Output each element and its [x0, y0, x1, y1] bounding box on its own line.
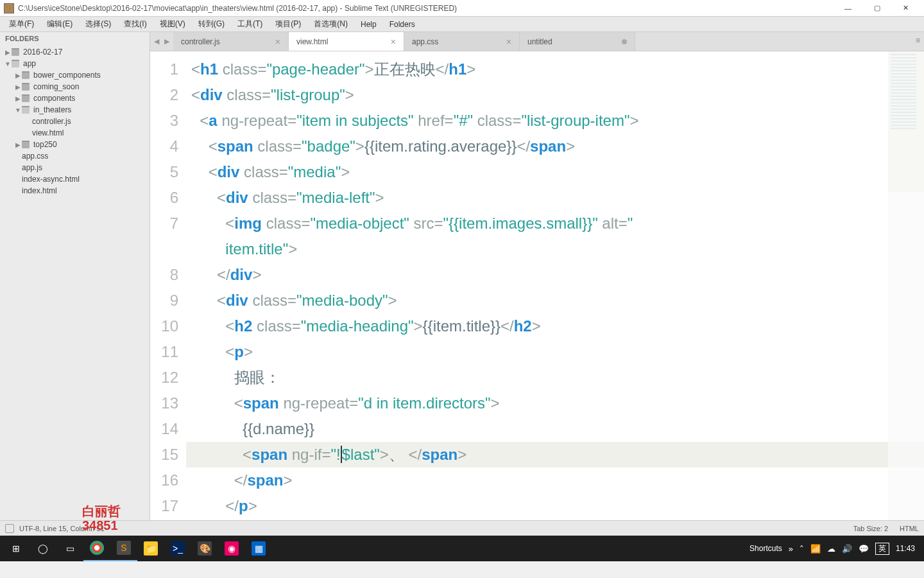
tray-ime[interactable]: 英: [875, 543, 889, 555]
tree-item-view.html[interactable]: view.html: [0, 127, 150, 139]
menu-item-5[interactable]: 转到(G): [192, 17, 231, 31]
tree-item-app.css[interactable]: app.css: [0, 150, 150, 162]
tree-arrow-icon[interactable]: ▶: [14, 83, 22, 91]
line-number[interactable]: 13: [153, 390, 178, 416]
tree-arrow-icon[interactable]: ▶: [14, 72, 22, 79]
status-position[interactable]: UTF-8, Line 15, Column 51: [19, 525, 105, 532]
menu-item-2[interactable]: 选择(S): [79, 17, 117, 31]
shortcuts-label[interactable]: Shortcuts: [749, 544, 782, 553]
tree-arrow-icon[interactable]: ▶: [14, 95, 22, 102]
sidebar[interactable]: FOLDERS ▶2016-02-17▼app▶bower_components…: [0, 32, 150, 520]
tree-item-index.html[interactable]: index.html: [0, 185, 150, 197]
code-line[interactable]: <span ng-if="!$last">、 </span>: [186, 442, 924, 468]
tab-controller.js[interactable]: controller.js×: [173, 32, 289, 51]
code-line[interactable]: <div class="media-body">: [186, 288, 924, 313]
menu-item-10[interactable]: Folders: [383, 18, 422, 31]
tree-item-2016-02-17[interactable]: ▶2016-02-17: [0, 46, 150, 58]
tree-arrow-icon[interactable]: ▼: [14, 107, 22, 114]
taskview-button[interactable]: ▭: [56, 536, 83, 561]
menu-item-4[interactable]: 视图(V): [153, 17, 192, 31]
tree-item-index-async.html[interactable]: index-async.html: [0, 173, 150, 185]
tree-item-components[interactable]: ▶components: [0, 92, 150, 104]
menu-item-7[interactable]: 项目(P): [269, 17, 307, 31]
tree-item-in_theaters[interactable]: ▼in_theaters: [0, 104, 150, 116]
line-number[interactable]: 1: [153, 57, 178, 82]
line-number[interactable]: 16: [153, 468, 178, 493]
code-line[interactable]: <a ng-repeat="item in subjects" href="#"…: [186, 108, 924, 134]
menu-item-3[interactable]: 查找(I): [117, 17, 153, 31]
line-number[interactable]: 17: [153, 493, 178, 519]
status-syntax[interactable]: HTML: [900, 525, 919, 532]
code-line[interactable]: </span>: [186, 468, 924, 493]
taskbar-app2[interactable]: ◉: [218, 536, 245, 561]
line-number[interactable]: 4: [153, 134, 178, 159]
code-line[interactable]: <h1 class="page-header">正在热映</h1>: [186, 57, 924, 82]
line-number[interactable]: 10: [153, 313, 178, 339]
code-line[interactable]: 捣眼：: [186, 365, 924, 390]
menu-item-9[interactable]: Help: [354, 18, 383, 31]
tab-close-icon[interactable]: ×: [391, 37, 396, 47]
start-button[interactable]: ⊞: [3, 536, 30, 561]
tree-item-app[interactable]: ▼app: [0, 58, 150, 69]
taskbar-powershell[interactable]: >_: [164, 536, 191, 561]
taskbar-app1[interactable]: 🎨: [191, 536, 218, 561]
line-number[interactable]: 9: [153, 288, 178, 313]
line-number[interactable]: 14: [153, 416, 178, 442]
tab-app.css[interactable]: app.css×: [404, 32, 520, 51]
tab-prev-button[interactable]: ◀: [151, 37, 162, 46]
code-area[interactable]: 1234567.891011121314151617 <h1 class="pa…: [150, 51, 924, 520]
tab-close-icon[interactable]: ×: [506, 37, 511, 47]
tree-item-bower_components[interactable]: ▶bower_components: [0, 69, 150, 81]
tray-chevron-icon[interactable]: »: [789, 544, 793, 554]
line-number[interactable]: 2: [153, 82, 178, 108]
line-number[interactable]: 15: [153, 442, 178, 468]
code-line[interactable]: item.title">: [186, 236, 924, 262]
code-line[interactable]: {{d.name}}: [186, 416, 924, 442]
tab-next-button[interactable]: ▶: [162, 37, 172, 46]
line-number[interactable]: 7: [153, 211, 178, 236]
minimize-button[interactable]: —: [834, 1, 862, 16]
tree-arrow-icon[interactable]: ▶: [14, 141, 22, 148]
menu-item-1[interactable]: 编辑(E): [40, 17, 79, 31]
code-line[interactable]: <p>: [186, 339, 924, 365]
taskbar-app3[interactable]: ▦: [245, 536, 272, 561]
cortana-button[interactable]: ◯: [30, 536, 56, 561]
code-content[interactable]: <h1 class="page-header">正在热映</h1><div cl…: [186, 51, 924, 520]
tray-onedrive-icon[interactable]: ☁: [827, 544, 835, 554]
line-number[interactable]: 5: [153, 159, 178, 185]
taskbar-sublime[interactable]: S: [110, 536, 137, 561]
code-line[interactable]: <span ng-repeat="d in item.directors">: [186, 390, 924, 416]
code-line[interactable]: </p>: [186, 493, 924, 519]
code-line[interactable]: <div class="list-group">: [186, 82, 924, 108]
taskbar-chrome[interactable]: [83, 536, 110, 561]
code-line[interactable]: <div class="media">: [186, 159, 924, 185]
tab-view.html[interactable]: view.html×: [289, 32, 404, 51]
tray-notify-icon[interactable]: 💬: [859, 544, 869, 554]
maximize-button[interactable]: ▢: [862, 1, 891, 16]
status-tabsize[interactable]: Tab Size: 2: [853, 525, 888, 532]
tab-menu-button[interactable]: ≡: [916, 36, 920, 45]
tab-untitled[interactable]: untitled: [520, 32, 635, 51]
code-line[interactable]: </div>: [186, 262, 924, 288]
taskbar-explorer[interactable]: 📁: [137, 536, 164, 561]
code-line[interactable]: <img class="media-object" src="{{item.im…: [186, 211, 924, 236]
close-button[interactable]: ✕: [891, 1, 920, 16]
tree-item-coming_soon[interactable]: ▶coming_soon: [0, 81, 150, 92]
line-number[interactable]: 8: [153, 262, 178, 288]
tree-item-controller.js[interactable]: controller.js: [0, 116, 150, 127]
menu-item-6[interactable]: 工具(T): [231, 17, 269, 31]
code-line[interactable]: <span class="badge">{{item.rating.averag…: [186, 134, 924, 159]
menu-item-0[interactable]: 菜单(F): [3, 17, 40, 31]
tree-arrow-icon[interactable]: ▶: [4, 49, 12, 56]
tree-arrow-icon[interactable]: ▼: [4, 60, 12, 67]
tray-volume-icon[interactable]: 🔊: [842, 544, 852, 554]
code-line[interactable]: <h2 class="media-heading">{{item.title}}…: [186, 313, 924, 339]
line-number[interactable]: 11: [153, 339, 178, 365]
status-icon[interactable]: [5, 524, 14, 533]
tree-item-top250[interactable]: ▶top250: [0, 139, 150, 150]
tray-clock[interactable]: 11:43: [896, 544, 915, 553]
line-number[interactable]: 3: [153, 108, 178, 134]
tray-up-icon[interactable]: ˄: [800, 544, 804, 554]
menu-item-8[interactable]: 首选项(N): [307, 17, 354, 31]
tree-item-app.js[interactable]: app.js: [0, 162, 150, 173]
